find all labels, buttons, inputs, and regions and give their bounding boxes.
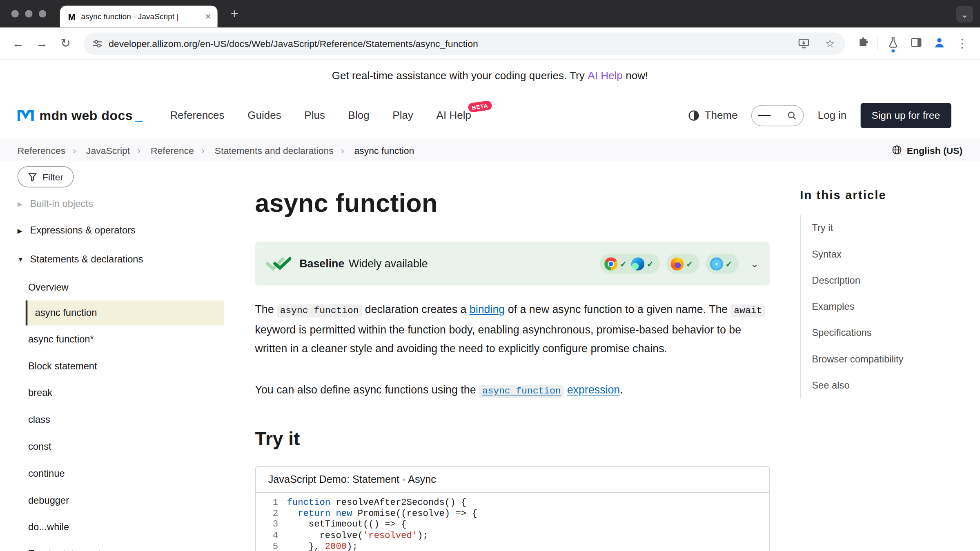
breadcrumb-item[interactable]: Statements and declarations bbox=[194, 144, 334, 155]
nav-item[interactable]: AI Help BETA bbox=[437, 109, 471, 122]
nav-link[interactable]: References bbox=[170, 109, 225, 121]
tab-search-chevron-icon[interactable]: ⌄ bbox=[956, 6, 973, 22]
line-number: 3 bbox=[256, 520, 287, 531]
sidebar-tree-item[interactable]: debugger bbox=[18, 487, 224, 513]
nav-link[interactable]: AI Help bbox=[437, 109, 471, 121]
toc-link[interactable]: See also bbox=[812, 380, 849, 391]
side-panel-icon[interactable] bbox=[904, 38, 928, 49]
breadcrumb-link[interactable]: JavaScript bbox=[86, 144, 130, 155]
toc-item[interactable]: Examples bbox=[812, 293, 980, 320]
breadcrumb-item[interactable]: JavaScript bbox=[65, 144, 130, 155]
inline-link[interactable]: binding bbox=[470, 303, 505, 315]
url-text[interactable]: developer.allizom.org/en-US/docs/Web/Jav… bbox=[109, 38, 787, 49]
labs-flask-icon[interactable] bbox=[881, 37, 904, 50]
sidebar-tree-item[interactable]: Block statement bbox=[18, 352, 224, 379]
new-tab-button[interactable]: + bbox=[225, 0, 244, 27]
toc-link[interactable]: Description bbox=[812, 275, 860, 286]
minimize-window-button[interactable] bbox=[25, 10, 32, 17]
theme-button[interactable]: Theme bbox=[688, 109, 738, 122]
site-settings-icon[interactable] bbox=[93, 38, 102, 48]
nav-link[interactable]: Blog bbox=[348, 109, 370, 121]
interactive-demo: JavaScript Demo: Statement - Async 1func… bbox=[255, 466, 770, 551]
sidebar-tree-item[interactable]: Empty statement bbox=[18, 540, 224, 551]
toc-link[interactable]: Specifications bbox=[812, 327, 871, 339]
filter-button[interactable]: Filter bbox=[18, 166, 74, 187]
bookmark-star-icon[interactable]: ☆ bbox=[820, 37, 840, 51]
install-icon[interactable] bbox=[794, 38, 814, 49]
promo-text-before: Get real-time assistance with your codin… bbox=[332, 70, 585, 82]
baseline-banner[interactable]: Baseline Widely available ✓✓✓✓ ⌄ bbox=[255, 242, 770, 285]
inline-link[interactable]: expression bbox=[567, 384, 620, 396]
nav-link[interactable]: Guides bbox=[247, 109, 281, 121]
forward-button[interactable]: → bbox=[30, 38, 53, 49]
nav-item[interactable]: Blog bbox=[348, 109, 370, 122]
login-link[interactable]: Log in bbox=[817, 109, 846, 122]
breadcrumb: References JavaScript Reference Statemen… bbox=[18, 144, 414, 155]
toc-item[interactable]: Browser compatibility bbox=[812, 346, 980, 372]
toc-item[interactable]: Description bbox=[812, 267, 980, 293]
sidebar-item-expressions-operators[interactable]: ▶ Expressions & operators bbox=[18, 216, 224, 245]
sidebar-item-built-in-objects[interactable]: ▶ Built-in objects bbox=[18, 191, 224, 216]
nav-link[interactable]: Plus bbox=[304, 109, 325, 121]
nav-item[interactable]: References bbox=[170, 109, 225, 122]
search-input[interactable] bbox=[751, 105, 804, 126]
sidebar-tree-item[interactable]: do...while bbox=[18, 513, 224, 540]
signup-button[interactable]: Sign up for free bbox=[860, 103, 951, 128]
sidebar-tree-item[interactable]: class bbox=[18, 406, 224, 433]
sidebar-section-label: Built-in objects bbox=[30, 198, 93, 209]
breadcrumb-link[interactable]: Reference bbox=[151, 144, 194, 155]
nav-item[interactable]: Plus bbox=[304, 109, 325, 122]
sidebar-tree-item[interactable]: break bbox=[18, 379, 224, 406]
breadcrumb-link[interactable]: Statements and declarations bbox=[215, 144, 334, 155]
toc-link[interactable]: Syntax bbox=[812, 249, 842, 260]
sidebar-tree-item[interactable]: continue bbox=[18, 460, 224, 487]
sidebar-tree: Overview async function async function* … bbox=[18, 273, 224, 551]
extensions-icon[interactable] bbox=[851, 37, 875, 50]
sidebar-item-label: debugger bbox=[28, 494, 69, 506]
address-bar[interactable]: developer.allizom.org/en-US/docs/Web/Jav… bbox=[84, 32, 845, 55]
toc-link[interactable]: Browser compatibility bbox=[812, 353, 903, 365]
breadcrumb-link[interactable]: async function bbox=[354, 144, 414, 155]
nav-item[interactable]: Guides bbox=[247, 109, 281, 122]
sidebar-item-statements-declarations[interactable]: ▼ Statements & declarations bbox=[18, 245, 224, 273]
browser-tab[interactable]: M async function - JavaScript | ✕ bbox=[60, 6, 218, 28]
ai-help-link[interactable]: AI Help bbox=[588, 70, 622, 82]
mdn-logo[interactable]: mdn web docs _ bbox=[18, 108, 143, 123]
breadcrumb-item[interactable]: Reference bbox=[130, 144, 194, 155]
profile-avatar-icon[interactable] bbox=[927, 36, 951, 51]
breadcrumb-item[interactable]: References bbox=[18, 144, 65, 155]
toolbar-actions: ⋮ bbox=[851, 36, 974, 51]
search-icon[interactable] bbox=[787, 111, 797, 120]
text-segment: The bbox=[255, 303, 277, 315]
tryit-heading: Try it bbox=[255, 429, 770, 450]
browser-menu-kebab-icon[interactable]: ⋮ bbox=[951, 38, 974, 49]
close-window-button[interactable] bbox=[11, 10, 19, 17]
zoom-window-button[interactable] bbox=[39, 10, 46, 17]
sidebar-tree-item[interactable]: async function* bbox=[18, 325, 224, 352]
breadcrumb-item[interactable]: async function bbox=[334, 144, 414, 155]
baseline-expand-chevron-icon[interactable]: ⌄ bbox=[751, 258, 759, 269]
close-tab-icon[interactable]: ✕ bbox=[205, 12, 211, 21]
support-check-icon: ✓ bbox=[686, 259, 693, 268]
sidebar-item-label: continue bbox=[28, 468, 65, 479]
toc-item[interactable]: Try it bbox=[812, 215, 980, 241]
toc-item[interactable]: See also bbox=[812, 372, 980, 398]
sidebar-tree-item[interactable]: Overview bbox=[18, 273, 224, 300]
nav-item[interactable]: Play bbox=[392, 109, 413, 122]
back-button[interactable]: ← bbox=[6, 38, 30, 49]
baseline-browsers: ✓✓✓✓ bbox=[600, 253, 738, 273]
sidebar-tree-item[interactable]: async function bbox=[26, 300, 224, 325]
reload-button[interactable]: ↻ bbox=[54, 38, 78, 49]
demo-code[interactable]: 1function resolveAfter2Seconds() {2 retu… bbox=[256, 493, 769, 551]
language-switcher[interactable]: English (US) bbox=[892, 144, 962, 155]
toc-link[interactable]: Try it bbox=[812, 222, 833, 234]
breadcrumb-link[interactable]: References bbox=[18, 144, 65, 155]
toc-link[interactable]: Examples bbox=[812, 301, 854, 313]
nav-link[interactable]: Play bbox=[392, 109, 413, 121]
sidebar-tree-item[interactable]: const bbox=[18, 433, 224, 460]
toc-item[interactable]: Specifications bbox=[812, 320, 980, 346]
mdn-logo-mark-icon bbox=[18, 110, 35, 122]
inline-code-link[interactable]: async function bbox=[479, 385, 564, 398]
sidebar-item-label: class bbox=[28, 414, 50, 425]
toc-item[interactable]: Syntax bbox=[812, 241, 980, 267]
